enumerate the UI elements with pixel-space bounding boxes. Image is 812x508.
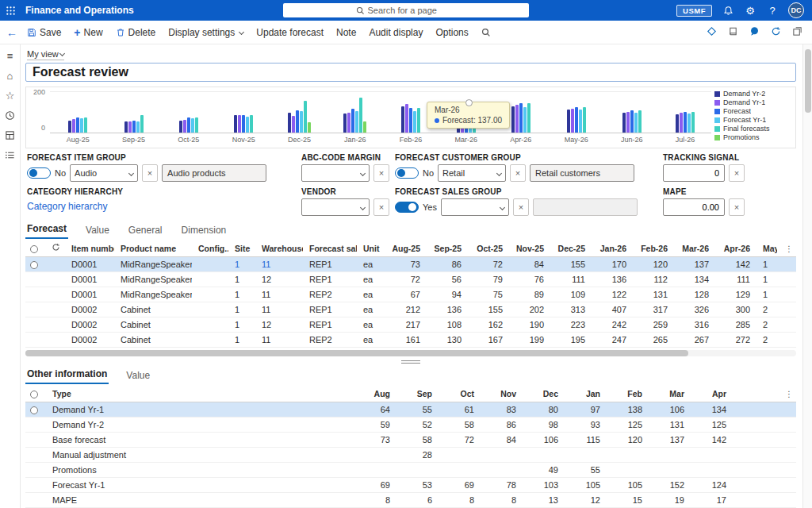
cell-aug[interactable]: 69 xyxy=(354,478,396,493)
cell-feb-26[interactable]: 120 xyxy=(633,257,674,272)
bar-forecast-feb-26[interactable] xyxy=(409,108,412,133)
cell-aug[interactable]: 59 xyxy=(354,418,396,433)
cell-nov-25[interactable]: 190 xyxy=(509,318,550,333)
refresh-icon[interactable] xyxy=(771,26,781,39)
bar-final-forecasts-aug-25[interactable] xyxy=(84,117,87,133)
cell-site[interactable]: 1 xyxy=(228,287,255,302)
app-launcher-icon[interactable] xyxy=(0,0,21,21)
cell-mar[interactable]: 106 xyxy=(649,402,691,418)
cell-nov-25[interactable]: 199 xyxy=(509,333,550,348)
cell-nov[interactable]: 78 xyxy=(481,478,523,493)
cell-apr-26[interactable]: 285 xyxy=(715,318,756,333)
command-search-icon[interactable] xyxy=(481,28,491,37)
legend-item-forecast-yr-1[interactable]: Forecast Yr-1 xyxy=(714,116,792,124)
cell-sep-25[interactable]: 86 xyxy=(427,257,468,272)
bar-promotions-dec-25[interactable] xyxy=(308,122,311,133)
horizontal-scrollbar[interactable] xyxy=(25,350,796,356)
cell-forecast-sales[interactable]: REP1 xyxy=(303,302,357,318)
column-header-nov[interactable]: Nov xyxy=(481,386,523,402)
grid-column-options-icon[interactable]: ⋮ xyxy=(733,386,796,402)
cell-item-number[interactable]: D0002 xyxy=(65,302,114,318)
bar-forecast-yr-1-nov-25[interactable] xyxy=(246,117,249,133)
bar-demand-yr-1-may-26[interactable] xyxy=(571,109,574,133)
column-header-jan-26[interactable]: Jan-26 xyxy=(592,241,633,257)
back-button[interactable]: ← xyxy=(6,26,17,39)
cell-unit[interactable]: ea xyxy=(357,287,385,302)
forecast-item-group-combobox[interactable]: Audio xyxy=(70,164,138,182)
cell-unit[interactable]: ea xyxy=(357,333,385,348)
cell-item-number[interactable]: D0002 xyxy=(65,333,114,348)
cell-apr-26[interactable]: 272 xyxy=(715,333,756,348)
cell-forecast-sales[interactable]: REP1 xyxy=(303,272,357,287)
cell-warehouse[interactable]: 11 xyxy=(255,333,303,348)
cell-forecast-sales[interactable]: REP2 xyxy=(303,287,357,302)
bar-demand-yr-2-sep-25[interactable] xyxy=(124,121,128,133)
cell-warehouse[interactable]: 11 xyxy=(255,287,303,302)
update-forecast-button[interactable]: Update forecast xyxy=(256,27,324,38)
forecast-row-d0002-12-rep1[interactable]: D0002Cabinet112REP1ea2171081621902232422… xyxy=(25,318,796,333)
cell-feb[interactable] xyxy=(607,463,649,478)
bar-forecast-dec-25[interactable] xyxy=(296,110,299,133)
abc-code-margin-combobox[interactable] xyxy=(301,164,370,182)
cell-type[interactable]: Demand Yr-2 xyxy=(46,418,354,433)
tracking-signal-input[interactable] xyxy=(663,164,725,182)
column-header-dec[interactable]: Dec xyxy=(523,386,565,402)
cell-feb[interactable]: 120 xyxy=(607,433,649,448)
cell-jan[interactable]: 97 xyxy=(565,402,607,418)
cell-site[interactable]: 1 xyxy=(228,272,255,287)
cell-dec[interactable]: 49 xyxy=(523,463,565,478)
bar-demand-yr-2-nov-25[interactable] xyxy=(234,115,237,133)
cell-unit[interactable]: ea xyxy=(357,302,385,318)
bar-demand-yr-1-nov-25[interactable] xyxy=(238,115,241,133)
column-header-warehouse[interactable]: Warehouse xyxy=(255,241,303,257)
bar-final-forecasts-jul-26[interactable] xyxy=(691,112,695,133)
cell-jan[interactable]: 93 xyxy=(565,418,607,433)
cell-mar[interactable] xyxy=(649,463,691,478)
cell-type[interactable]: Promotions xyxy=(46,463,354,478)
recent-clock-icon[interactable] xyxy=(4,109,17,121)
cell-nov[interactable]: 86 xyxy=(481,418,523,433)
cell-sep-25[interactable]: 108 xyxy=(427,318,468,333)
cell-mar-26[interactable]: 128 xyxy=(674,287,715,302)
cell-sep[interactable]: 58 xyxy=(396,433,439,448)
cell-nov[interactable]: 83 xyxy=(481,402,523,418)
cell-sep[interactable]: 52 xyxy=(396,418,439,433)
row-select[interactable] xyxy=(25,287,46,302)
column-header-apr[interactable]: Apr xyxy=(691,386,733,402)
cell-nov-25[interactable]: 84 xyxy=(509,257,550,272)
cell-oct-25[interactable]: 167 xyxy=(468,333,509,348)
company-badge[interactable]: USMF xyxy=(676,5,712,17)
cell-apr[interactable] xyxy=(691,463,733,478)
cell-aug-25[interactable]: 212 xyxy=(385,302,427,318)
clear-mape-button[interactable]: × xyxy=(729,198,745,216)
other-row-base-forecast[interactable]: Base forecast73587284106115120137142 xyxy=(25,433,796,448)
cell-warehouse[interactable]: 11 xyxy=(255,257,303,272)
cell-item-number[interactable]: D0001 xyxy=(65,257,114,272)
cell-aug[interactable] xyxy=(354,463,396,478)
cell-oct[interactable]: 69 xyxy=(439,478,481,493)
bar-demand-yr-2-jan-26[interactable] xyxy=(343,114,347,133)
bar-forecast-yr-1-apr-26[interactable] xyxy=(523,107,527,133)
cell-oct[interactable]: 61 xyxy=(439,402,481,418)
cell-sep-25[interactable]: 94 xyxy=(427,287,468,302)
cell-mar-26[interactable]: 137 xyxy=(674,257,715,272)
page-title-box[interactable]: Forecast review xyxy=(25,63,796,82)
bar-demand-yr-1-feb-26[interactable] xyxy=(405,104,408,133)
cell-mar[interactable]: 131 xyxy=(649,418,691,433)
cell-site[interactable]: 1 xyxy=(228,318,255,333)
cell-dec[interactable]: 103 xyxy=(523,478,565,493)
cell-apr[interactable]: 134 xyxy=(691,402,733,418)
cell-product-name[interactable]: MidRangeSpeaker xyxy=(114,257,192,272)
cell-oct-25[interactable]: 75 xyxy=(468,287,509,302)
bar-final-forecasts-apr-26[interactable] xyxy=(527,103,530,133)
cell-dec-25[interactable]: 195 xyxy=(550,333,592,348)
cell-jan[interactable]: 55 xyxy=(565,463,607,478)
cell-type[interactable]: Base forecast xyxy=(46,433,354,448)
bar-final-forecasts-nov-25[interactable] xyxy=(250,115,253,133)
bar-demand-yr-2-feb-26[interactable] xyxy=(401,106,404,133)
cell-jan-26[interactable]: 122 xyxy=(592,287,633,302)
menu-hamburger-icon[interactable]: ≡ xyxy=(4,49,17,62)
new-button[interactable]: + New xyxy=(74,27,102,38)
row-select[interactable] xyxy=(25,302,46,318)
tab-dimension[interactable]: Dimension xyxy=(180,222,228,239)
